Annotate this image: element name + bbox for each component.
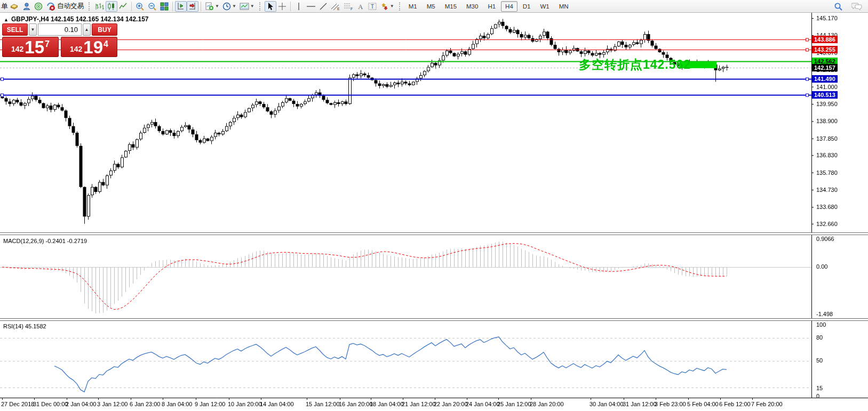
time-axis-label: 5 Feb 04:00	[687, 401, 719, 407]
macd-scale-label: 0.00	[816, 263, 827, 270]
rsi-scale-label: 0	[816, 393, 819, 399]
crosshair-icon[interactable]	[276, 1, 288, 12]
periods-icon[interactable]: ▼	[221, 1, 238, 12]
bar-chart-icon[interactable]	[94, 1, 106, 12]
price-tick-label: 141.000	[816, 84, 838, 90]
time-axis-label: 28 Jan 20:00	[530, 401, 564, 407]
mt4-terminal: 单 自动交易	[0, 0, 868, 411]
sell-price-base: 142	[11, 45, 23, 53]
macd-scale-label: -1.498	[816, 311, 833, 317]
tab-timeframe-h1[interactable]: H1	[483, 1, 500, 12]
time-axis-label: 14 Jan 04:00	[260, 401, 294, 407]
price-tick-label: 138.900	[816, 118, 838, 124]
chart-canvas[interactable]	[0, 13, 868, 411]
signals-icon[interactable]	[33, 1, 45, 12]
line-chart-icon[interactable]	[117, 1, 129, 12]
rsi-scale-label: 50	[816, 357, 823, 364]
chart-header: ▲GBPJPY-,H4 142.145 142.165 142.134 142.…	[4, 15, 148, 23]
time-axis-label: 31 Jan 12:00	[623, 401, 657, 407]
svg-text:T: T	[371, 4, 374, 10]
arrows-icon[interactable]: ▼	[379, 1, 396, 12]
zoom-in-icon[interactable]	[134, 1, 146, 12]
candlestick-icon[interactable]	[106, 1, 117, 12]
level-price-tag[interactable]: 141.490	[812, 75, 838, 83]
price-tick-label: 145.170	[816, 15, 838, 21]
sell-price[interactable]: 142 15 7	[2, 37, 59, 57]
community-icon[interactable]	[20, 1, 33, 12]
autotrading-icon[interactable]: 自动交易	[45, 1, 85, 12]
main-toolbar: 单 自动交易	[0, 0, 868, 13]
fibonacci-icon[interactable]: F	[342, 1, 355, 12]
new-order-button[interactable]: 单	[1, 2, 8, 11]
turning-point-annotation[interactable]: 多空转折点142.562	[579, 57, 691, 73]
level-price-tag[interactable]: 140.513	[812, 91, 838, 99]
volume-input[interactable]: 0.10	[38, 23, 82, 36]
price-tick-label: 137.850	[816, 135, 838, 142]
chat-icon[interactable]	[850, 1, 864, 12]
text-icon[interactable]: A	[355, 1, 367, 12]
channel-icon[interactable]: E	[329, 1, 342, 12]
tab-timeframe-mn[interactable]: MN	[555, 1, 573, 12]
time-axis-label: 10 Jan 20:00	[228, 401, 262, 407]
tab-timeframe-m5[interactable]: M5	[423, 1, 440, 12]
sell-button[interactable]: SELL	[2, 23, 28, 36]
toolbar-grip	[89, 2, 92, 11]
panel-separator[interactable]	[0, 318, 868, 321]
time-axis-label: 7 Feb 20:00	[751, 401, 783, 407]
volume-increase-button[interactable]: ▲	[83, 23, 91, 36]
autoscroll-icon[interactable]	[175, 1, 187, 12]
toolbar-grip	[259, 2, 263, 11]
trendline-icon[interactable]	[317, 1, 329, 12]
journal-icon[interactable]	[8, 1, 20, 12]
vertical-line-icon[interactable]	[293, 1, 305, 12]
level-price-tag[interactable]: 142.157	[812, 64, 838, 71]
tab-timeframe-w1[interactable]: W1	[536, 1, 554, 12]
time-axis-label: 22 Jan 20:00	[434, 401, 468, 407]
time-axis-label: 25 Jan 12:00	[497, 401, 531, 407]
macd-scale-label: 0.9066	[816, 236, 834, 242]
add-indicator-icon[interactable]: ▼	[203, 1, 221, 12]
time-axis-label: 6 Feb 12:00	[719, 401, 751, 407]
collapse-chart-icon[interactable]: ▲	[4, 17, 9, 22]
buy-price[interactable]: 142 19 4	[61, 37, 117, 57]
volume-decrease-button[interactable]: ▼	[29, 23, 37, 36]
tab-timeframe-d1[interactable]: D1	[519, 1, 535, 12]
rsi-scale-label: 100	[816, 321, 826, 328]
autotrading-label: 自动交易	[57, 2, 84, 11]
cursor-icon[interactable]	[265, 1, 276, 12]
search-icon[interactable]	[832, 1, 845, 12]
sell-price-pip: 7	[45, 39, 50, 49]
tab-timeframe-m30[interactable]: M30	[462, 1, 482, 12]
svg-text:E: E	[337, 7, 340, 11]
horizontal-line-icon[interactable]	[305, 1, 317, 12]
time-axis-label: 27 Dec 2018	[1, 401, 34, 407]
templates-icon[interactable]: ▼	[238, 1, 256, 12]
svg-text:A: A	[358, 3, 363, 10]
sell-price-main: 15	[25, 39, 44, 55]
price-tick-label: 132.660	[816, 221, 838, 227]
tile-windows-icon[interactable]	[158, 1, 170, 12]
time-axis-label: 6 Jan 23:00	[130, 401, 161, 407]
price-tick-label: 139.950	[816, 101, 838, 107]
time-axis-label: 21 Jan 12:00	[402, 401, 436, 407]
tab-timeframe-h4[interactable]: H4	[501, 1, 517, 12]
time-axis-label: 15 Jan 12:00	[306, 401, 340, 407]
level-price-tag[interactable]: 143.255	[812, 46, 838, 53]
panel-separator[interactable]	[0, 232, 868, 235]
zoom-out-icon[interactable]	[146, 1, 158, 12]
text-label-icon[interactable]: T	[367, 1, 379, 12]
tab-timeframe-m1[interactable]: M1	[404, 1, 421, 12]
macd-indicator-label: MACD(12,26,9) -0.2401 -0.2719	[3, 238, 87, 244]
time-axis-label: 30 Jan 04:00	[590, 401, 624, 407]
price-tick-label: 134.730	[816, 187, 838, 193]
buy-price-base: 142	[70, 45, 82, 53]
time-axis-label: 8 Jan 04:00	[162, 401, 193, 407]
tab-timeframe-m15[interactable]: M15	[441, 1, 461, 12]
buy-button[interactable]: BUY	[92, 23, 117, 36]
time-axis-label: 18 Jan 04:00	[370, 401, 404, 407]
level-price-tag[interactable]: 143.886	[812, 36, 838, 43]
time-axis-label: 3 Jan 12:00	[97, 401, 128, 407]
chart-shift-icon[interactable]	[187, 1, 198, 12]
rsi-indicator-label: RSI(14) 45.1582	[3, 323, 46, 329]
time-axis-label: 31 Dec 00:00	[33, 401, 68, 407]
